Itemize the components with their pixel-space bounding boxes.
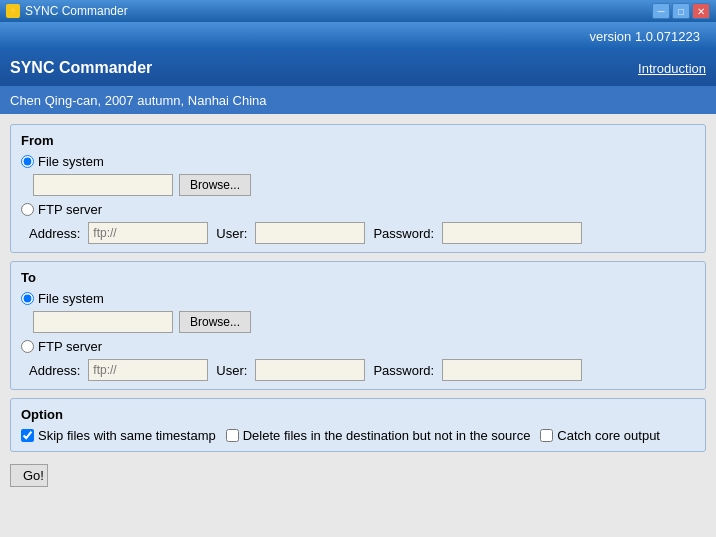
to-ftp-password-input[interactable]: [442, 359, 582, 381]
app-icon: ⚡: [6, 4, 20, 18]
option-row: Skip files with same timestamp Delete fi…: [21, 428, 695, 443]
version-bar: version 1.0.071223: [0, 22, 716, 50]
to-file-path-row: Browse...: [21, 311, 695, 333]
to-password-label: Password:: [373, 363, 434, 378]
from-browse-button[interactable]: Browse...: [179, 174, 251, 196]
to-filesystem-radio[interactable]: [21, 292, 34, 305]
to-ftp-radio[interactable]: [21, 340, 34, 353]
skip-option: Skip files with same timestamp: [21, 428, 216, 443]
introduction-link[interactable]: Introduction: [638, 61, 706, 76]
maximize-button[interactable]: □: [672, 3, 690, 19]
go-button[interactable]: Go!: [10, 464, 48, 487]
to-ftp-user-input[interactable]: [255, 359, 365, 381]
to-ftp-radio-group: FTP server: [21, 339, 695, 354]
from-password-label: Password:: [373, 226, 434, 241]
option-panel-title: Option: [21, 407, 695, 422]
title-bar: ⚡ SYNC Commander ─ □ ✕: [0, 0, 716, 22]
main-content: From File system Browse... FTP server Ad…: [0, 114, 716, 537]
from-panel-title: From: [21, 133, 695, 148]
title-bar-text: SYNC Commander: [25, 4, 128, 18]
go-button-container: Go!: [10, 460, 706, 487]
from-file-path-row: Browse...: [21, 174, 695, 196]
from-filesystem-radio[interactable]: [21, 155, 34, 168]
from-address-label: Address:: [29, 226, 80, 241]
to-address-label: Address:: [29, 363, 80, 378]
from-ftp-address-input[interactable]: [88, 222, 208, 244]
from-ftp-password-input[interactable]: [442, 222, 582, 244]
version-text: version 1.0.071223: [589, 29, 700, 44]
to-panel-title: To: [21, 270, 695, 285]
to-panel: To File system Browse... FTP server Addr…: [10, 261, 706, 390]
from-file-path-input[interactable]: [33, 174, 173, 196]
close-button[interactable]: ✕: [692, 3, 710, 19]
from-user-label: User:: [216, 226, 247, 241]
skip-label[interactable]: Skip files with same timestamp: [38, 428, 216, 443]
to-ftp-label[interactable]: FTP server: [38, 339, 102, 354]
skip-checkbox[interactable]: [21, 429, 34, 442]
catch-checkbox[interactable]: [540, 429, 553, 442]
from-filesystem-radio-group: File system: [21, 154, 695, 169]
from-panel: From File system Browse... FTP server Ad…: [10, 124, 706, 253]
delete-label[interactable]: Delete files in the destination but not …: [243, 428, 531, 443]
from-ftp-row: Address: User: Password:: [21, 222, 695, 244]
option-panel: Option Skip files with same timestamp De…: [10, 398, 706, 452]
from-filesystem-label[interactable]: File system: [38, 154, 104, 169]
minimize-button[interactable]: ─: [652, 3, 670, 19]
title-bar-controls: ─ □ ✕: [652, 3, 710, 19]
from-ftp-user-input[interactable]: [255, 222, 365, 244]
to-browse-button[interactable]: Browse...: [179, 311, 251, 333]
to-filesystem-radio-group: File system: [21, 291, 695, 306]
to-filesystem-label[interactable]: File system: [38, 291, 104, 306]
from-ftp-label[interactable]: FTP server: [38, 202, 102, 217]
app-title: SYNC Commander: [10, 59, 152, 77]
to-file-path-input[interactable]: [33, 311, 173, 333]
from-ftp-radio[interactable]: [21, 203, 34, 216]
app-header: SYNC Commander Introduction: [0, 50, 716, 86]
from-ftp-radio-group: FTP server: [21, 202, 695, 217]
subtitle-bar: Chen Qing-can, 2007 autumn, Nanhai China: [0, 86, 716, 114]
delete-checkbox[interactable]: [226, 429, 239, 442]
to-ftp-row: Address: User: Password:: [21, 359, 695, 381]
to-ftp-address-input[interactable]: [88, 359, 208, 381]
delete-option: Delete files in the destination but not …: [226, 428, 531, 443]
to-user-label: User:: [216, 363, 247, 378]
catch-option: Catch core output: [540, 428, 660, 443]
catch-label[interactable]: Catch core output: [557, 428, 660, 443]
subtitle-text: Chen Qing-can, 2007 autumn, Nanhai China: [10, 93, 267, 108]
